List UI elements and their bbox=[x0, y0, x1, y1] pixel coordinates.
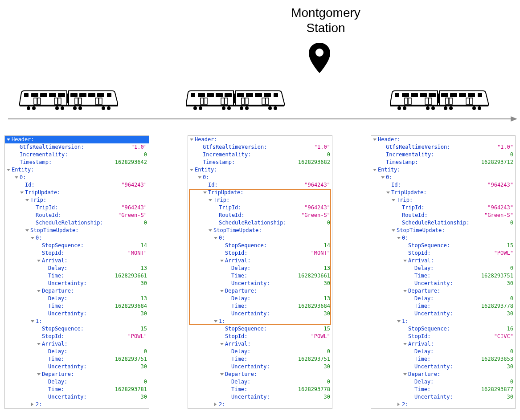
tree-row[interactable]: 2: bbox=[188, 401, 332, 408]
tree-row[interactable]: TripUpdate: bbox=[371, 189, 515, 196]
tree-row[interactable]: TripId:"964243" bbox=[5, 204, 149, 212]
tree-row[interactable]: Delay:0 bbox=[188, 348, 332, 355]
tree-row[interactable]: Uncertainty:30 bbox=[371, 363, 515, 371]
tree-row[interactable]: Delay:13 bbox=[5, 265, 149, 272]
tree-row[interactable]: Arrival: bbox=[188, 257, 332, 265]
tree-row[interactable]: Uncertainty:30 bbox=[188, 393, 332, 401]
tree-row[interactable]: StopId:"POWL" bbox=[371, 249, 515, 257]
tree-row[interactable]: Incrementality:0 bbox=[188, 151, 332, 159]
tree-row[interactable]: Time:1628293684 bbox=[188, 302, 332, 310]
tree-row[interactable]: Header: bbox=[371, 136, 515, 143]
tree-row[interactable]: StopSequence:14 bbox=[5, 242, 149, 249]
tree-row[interactable]: StopTimeUpdate: bbox=[371, 227, 515, 234]
tree-row[interactable]: TripId:"964243" bbox=[371, 204, 515, 212]
tree-row[interactable]: 0: bbox=[371, 234, 515, 242]
tree-row[interactable]: Time:1628293751 bbox=[5, 355, 149, 363]
tree-row[interactable]: Trip: bbox=[371, 196, 515, 204]
tree-row[interactable]: Uncertainty:30 bbox=[5, 310, 149, 318]
tree-row[interactable]: StopSequence:16 bbox=[371, 325, 515, 333]
tree-row[interactable]: Arrival: bbox=[5, 340, 149, 348]
tree-row[interactable]: Incrementality:0 bbox=[371, 151, 515, 159]
tree-row[interactable]: Time:1628293661 bbox=[188, 272, 332, 280]
tree-row[interactable]: Time:1628293877 bbox=[371, 386, 515, 393]
tree-row[interactable]: 0: bbox=[371, 174, 515, 181]
tree-row[interactable]: Time:1628293751 bbox=[371, 272, 515, 280]
tree-row[interactable]: Timestamp:1628293642 bbox=[5, 159, 149, 166]
tree-row[interactable]: Departure: bbox=[5, 371, 149, 378]
tree-row[interactable]: TripUpdate: bbox=[188, 189, 332, 196]
tree-row[interactable]: Departure: bbox=[5, 287, 149, 295]
tree-row[interactable]: StopSequence:15 bbox=[371, 242, 515, 249]
tree-row[interactable]: Delay:0 bbox=[5, 378, 149, 386]
tree-row[interactable]: Entity: bbox=[188, 166, 332, 174]
tree-row[interactable]: Time:1628293661 bbox=[5, 272, 149, 280]
tree-row[interactable]: Time:1628293778 bbox=[371, 302, 515, 310]
tree-row[interactable]: Delay:0 bbox=[371, 295, 515, 302]
tree-row[interactable]: Timestamp:1628293712 bbox=[371, 159, 515, 166]
tree-row[interactable]: 1: bbox=[5, 318, 149, 325]
tree-row[interactable]: Departure: bbox=[371, 371, 515, 378]
tree-row[interactable]: StopSequence:15 bbox=[188, 325, 332, 333]
tree-row[interactable]: Time:1628293781 bbox=[5, 386, 149, 393]
tree-row[interactable]: Uncertainty:30 bbox=[5, 363, 149, 371]
tree-row[interactable]: 2: bbox=[5, 401, 149, 408]
tree-row[interactable]: 0: bbox=[188, 234, 332, 242]
tree-row[interactable]: Uncertainty:30 bbox=[188, 310, 332, 318]
tree-row[interactable]: Delay:0 bbox=[371, 378, 515, 386]
tree-row[interactable]: Time:1628293853 bbox=[371, 355, 515, 363]
tree-row[interactable]: Id:"964243" bbox=[371, 181, 515, 189]
tree-row[interactable]: 0: bbox=[188, 174, 332, 181]
tree-row[interactable]: Departure: bbox=[371, 287, 515, 295]
tree-row[interactable]: GtfsRealtimeVersion:"1.0" bbox=[5, 143, 149, 151]
tree-row[interactable]: Delay:0 bbox=[371, 348, 515, 355]
tree-row[interactable]: Incrementality:0 bbox=[5, 151, 149, 159]
tree-row[interactable]: Delay:0 bbox=[5, 348, 149, 355]
tree-row[interactable]: Uncertainty:30 bbox=[371, 393, 515, 401]
tree-row[interactable]: Id:"964243" bbox=[188, 181, 332, 189]
tree-row[interactable]: RouteId:"Green-S" bbox=[371, 212, 515, 219]
tree-row[interactable]: Trip: bbox=[188, 196, 332, 204]
tree-row[interactable]: TripUpdate: bbox=[5, 189, 149, 196]
tree-row[interactable]: StopId:"POWL" bbox=[5, 333, 149, 340]
tree-row[interactable]: Time:1628293778 bbox=[188, 386, 332, 393]
tree-row[interactable]: RouteId:"Green-S" bbox=[188, 212, 332, 219]
tree-row[interactable]: 0: bbox=[5, 234, 149, 242]
tree-row[interactable]: GtfsRealtimeVersion:"1.0" bbox=[188, 143, 332, 151]
tree-row[interactable]: StopId:"CIVC" bbox=[371, 333, 515, 340]
tree-row[interactable]: Uncertainty:30 bbox=[188, 280, 332, 287]
tree-row[interactable]: Entity: bbox=[5, 166, 149, 174]
tree-row[interactable]: Trip: bbox=[5, 196, 149, 204]
tree-row[interactable]: StopTimeUpdate: bbox=[188, 227, 332, 234]
tree-row[interactable]: Uncertainty:30 bbox=[371, 280, 515, 287]
tree-row[interactable]: 2: bbox=[371, 401, 515, 408]
tree-row[interactable]: GtfsRealtimeVersion:"1.0" bbox=[371, 143, 515, 151]
tree-row[interactable]: Arrival: bbox=[371, 257, 515, 265]
tree-row[interactable]: Arrival: bbox=[5, 257, 149, 265]
tree-row[interactable]: StopSequence:14 bbox=[188, 242, 332, 249]
tree-row[interactable]: Uncertainty:30 bbox=[188, 363, 332, 371]
tree-row[interactable]: Departure: bbox=[188, 371, 332, 378]
tree-row[interactable]: Time:1628293751 bbox=[188, 355, 332, 363]
tree-row[interactable]: Uncertainty:30 bbox=[5, 280, 149, 287]
tree-row[interactable]: Time:1628293684 bbox=[5, 302, 149, 310]
tree-row[interactable]: Timestamp:1628293682 bbox=[188, 159, 332, 166]
tree-row[interactable]: 1: bbox=[371, 318, 515, 325]
tree-row[interactable]: ScheduleRelationship:0 bbox=[371, 219, 515, 227]
tree-row[interactable]: ScheduleRelationship:0 bbox=[188, 219, 332, 227]
tree-row[interactable]: TripId:"964243" bbox=[188, 204, 332, 212]
tree-row[interactable]: 1: bbox=[188, 318, 332, 325]
tree-row[interactable]: RouteId:"Green-S" bbox=[5, 212, 149, 219]
tree-row[interactable]: ScheduleRelationship:0 bbox=[5, 219, 149, 227]
tree-row[interactable]: Uncertainty:30 bbox=[371, 310, 515, 318]
tree-row[interactable]: Delay:13 bbox=[188, 295, 332, 302]
tree-row[interactable]: Delay:13 bbox=[188, 265, 332, 272]
tree-row[interactable]: StopId:"MONT" bbox=[188, 249, 332, 257]
tree-row[interactable]: 0: bbox=[5, 174, 149, 181]
tree-row[interactable]: Delay:0 bbox=[188, 378, 332, 386]
tree-row[interactable]: Departure: bbox=[188, 287, 332, 295]
tree-row[interactable]: Header: bbox=[188, 136, 332, 143]
tree-row[interactable]: Arrival: bbox=[371, 340, 515, 348]
tree-row[interactable]: StopId:"MONT" bbox=[5, 249, 149, 257]
tree-row[interactable]: Uncertainty:30 bbox=[5, 393, 149, 401]
tree-row[interactable]: Entity: bbox=[371, 166, 515, 174]
